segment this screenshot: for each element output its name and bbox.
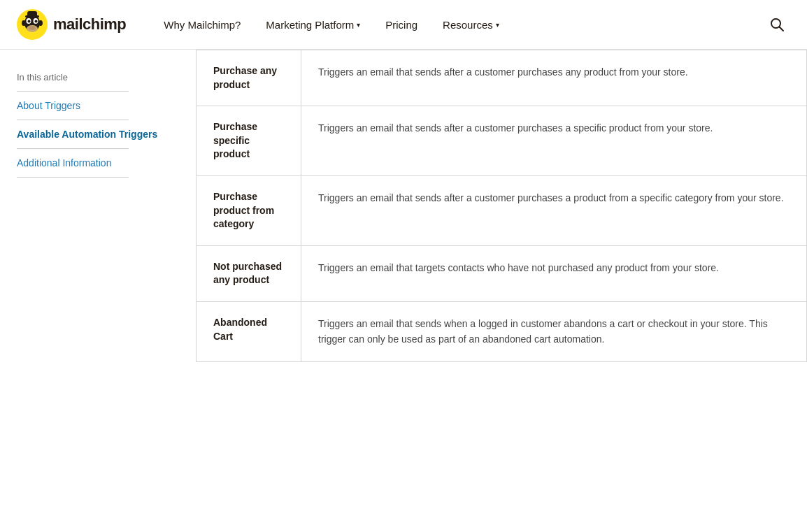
chevron-down-icon: ▾ [357, 21, 360, 29]
mailchimp-logo-icon [17, 9, 48, 40]
trigger-name-cell: Not purchased any product [197, 245, 301, 301]
svg-point-6 [35, 20, 38, 23]
site-header: mailchimp Why Mailchimp? Marketing Platf… [0, 0, 807, 50]
trigger-name-cell: Purchase product from category [197, 175, 301, 245]
sidebar-divider-top [17, 91, 129, 92]
search-button[interactable] [764, 11, 790, 38]
table-row: Purchase any productTriggers an email th… [197, 50, 807, 106]
table-row: Purchase specific productTriggers an ema… [197, 106, 807, 176]
sidebar-item-about-triggers[interactable]: About Triggers [17, 100, 179, 111]
in-this-article-title: In this article [17, 72, 179, 82]
main-layout: In this article About Triggers Available… [0, 50, 807, 532]
trigger-description-cell: Triggers an email that sends after a cus… [301, 106, 807, 176]
trigger-name-cell: Purchase specific product [197, 106, 301, 176]
search-icon [769, 17, 785, 32]
svg-point-5 [28, 20, 31, 23]
svg-rect-11 [27, 11, 37, 17]
sidebar-divider-2 [17, 120, 129, 120]
svg-line-13 [780, 27, 784, 31]
table-row: Abandoned CartTriggers an email that sen… [197, 301, 807, 361]
trigger-description-cell: Triggers an email that targets contacts … [301, 245, 807, 301]
sidebar-item-available-automation-triggers[interactable]: Available Automation Triggers [17, 129, 179, 140]
svg-point-7 [29, 26, 36, 30]
trigger-name-cell: Abandoned Cart [197, 301, 301, 361]
trigger-name-cell: Purchase any product [197, 50, 301, 106]
nav-marketing-platform[interactable]: Marketing Platform ▾ [256, 13, 370, 36]
sidebar-divider-4 [17, 177, 129, 178]
main-nav: Why Mailchimp? Marketing Platform ▾ Pric… [154, 13, 764, 36]
sidebar-divider-3 [17, 148, 129, 149]
logo-text: mailchimp [53, 15, 126, 34]
nav-pricing[interactable]: Pricing [376, 13, 427, 36]
trigger-description-cell: Triggers an email that sends when a logg… [301, 301, 807, 361]
svg-point-9 [38, 20, 43, 26]
triggers-table: Purchase any productTriggers an email th… [196, 50, 807, 362]
main-content: Purchase any productTriggers an email th… [196, 50, 807, 532]
table-row: Not purchased any productTriggers an ema… [197, 245, 807, 301]
sidebar: In this article About Triggers Available… [0, 50, 196, 532]
sidebar-item-additional-information[interactable]: Additional Information [17, 157, 179, 168]
svg-point-8 [22, 20, 26, 26]
logo-link[interactable]: mailchimp [17, 9, 126, 40]
table-row: Purchase product from categoryTriggers a… [197, 175, 807, 245]
trigger-description-cell: Triggers an email that sends after a cus… [301, 50, 807, 106]
chevron-down-icon: ▾ [496, 21, 499, 29]
trigger-description-cell: Triggers an email that sends after a cus… [301, 175, 807, 245]
nav-why-mailchimp[interactable]: Why Mailchimp? [154, 13, 250, 36]
nav-resources[interactable]: Resources ▾ [433, 13, 509, 36]
